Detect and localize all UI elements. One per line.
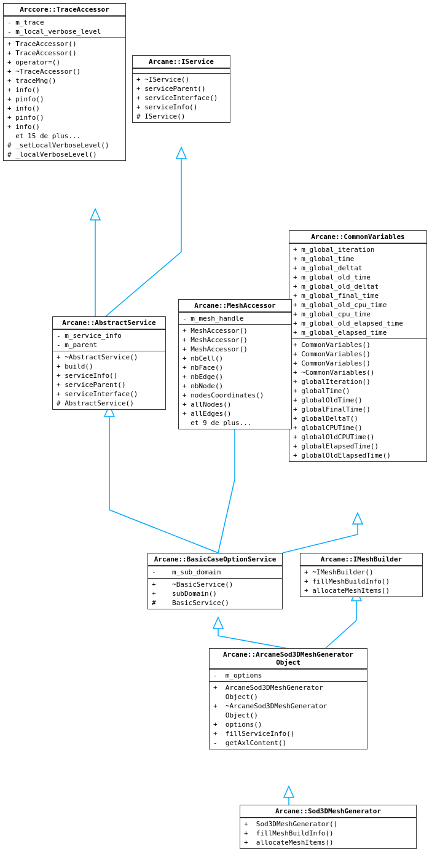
sod3d-mesh-generator-methods: + Sod3DMeshGenerator() + fillMeshBuildIn… [240,818,416,848]
trace-accessor-fields: - m_trace - m_local_verbose_level [4,16,125,37]
iservice-empty [133,68,230,73]
abstract-service-title: Arcane::AbstractService [53,317,165,329]
abstract-service-fields: - m_service_info - m_parent [53,329,165,351]
imesh-builder-title: Arcane::IMeshBuilder [300,553,422,566]
common-variables-box: Arcane::CommonVariables + m_global_itera… [289,230,427,462]
sod3d-mesh-generator-title: Arcane::Sod3DMeshGenerator [240,805,416,818]
field-row: - m_trace [6,18,123,27]
sod3d-mesh-generator-box: Arcane::Sod3DMeshGenerator + Sod3DMeshGe… [240,805,417,849]
svg-marker-21 [284,786,294,797]
svg-line-9 [218,479,235,553]
basic-case-option-service-fields: - m_sub_domain [148,566,282,578]
iservice-methods: + ~IService() + serviceParent() + servic… [133,73,230,122]
trace-accessor-title: Arccore::TraceAccessor [4,4,125,16]
iservice-box: Arcane::IService + ~IService() + service… [132,55,230,123]
arcane-sod3d-mesh-generator-title: Arcane::ArcaneSod3DMeshGeneratorObject [210,649,367,669]
common-variables-fields: + m_global_iteration + m_global_time + m… [289,243,426,338]
basic-case-option-service-box: Arcane::BasicCaseOptionService - m_sub_d… [147,553,283,609]
field-row: - m_local_verbose_level [6,27,123,36]
mesh-accessor-fields: - m_mesh_handle [179,312,291,324]
arcane-sod3d-mesh-generator-box: Arcane::ArcaneSod3DMeshGeneratorObject -… [209,648,367,749]
svg-marker-4 [176,147,186,158]
basic-case-option-service-methods: + ~BasicService() + subDomain() # BasicS… [148,578,282,609]
trace-accessor-methods: + TraceAccessor() + TraceAccessor() + op… [4,37,125,160]
iservice-title: Arcane::IService [133,56,230,68]
svg-line-12 [283,534,358,553]
mesh-accessor-box: Arcane::MeshAccessor - m_mesh_handle + M… [178,299,292,429]
trace-accessor-box: Arccore::TraceAccessor - m_trace - m_loc… [3,3,126,161]
common-variables-methods: + CommonVariables() + CommonVariables() … [289,338,426,461]
svg-marker-1 [90,209,100,220]
arcane-sod3d-fields: - m_options [210,669,367,681]
imesh-builder-box: Arcane::IMeshBuilder + ~IMeshBuilder() +… [300,553,423,597]
arcane-sod3d-methods: + ArcaneSod3DMeshGenerator Object() + ~A… [210,681,367,749]
abstract-service-box: Arcane::AbstractService - m_service_info… [52,316,166,410]
mesh-accessor-methods: + MeshAccessor() + MeshAccessor() + Mesh… [179,324,291,429]
basic-case-option-service-title: Arcane::BasicCaseOptionService [148,553,282,566]
svg-marker-16 [213,617,223,628]
imesh-builder-methods: + ~IMeshBuilder() + fillMeshBuildInfo() … [300,566,422,596]
svg-line-6 [109,510,218,553]
svg-line-15 [218,636,286,648]
common-variables-title: Arcane::CommonVariables [289,231,426,243]
options-row: + options() [212,720,364,729]
svg-marker-13 [353,513,363,524]
mesh-accessor-title: Arcane::MeshAccessor [179,300,291,312]
svg-line-18 [326,620,356,648]
abstract-service-methods: + ~AbstractService() + build() + service… [53,351,165,409]
svg-line-3 [106,252,181,316]
